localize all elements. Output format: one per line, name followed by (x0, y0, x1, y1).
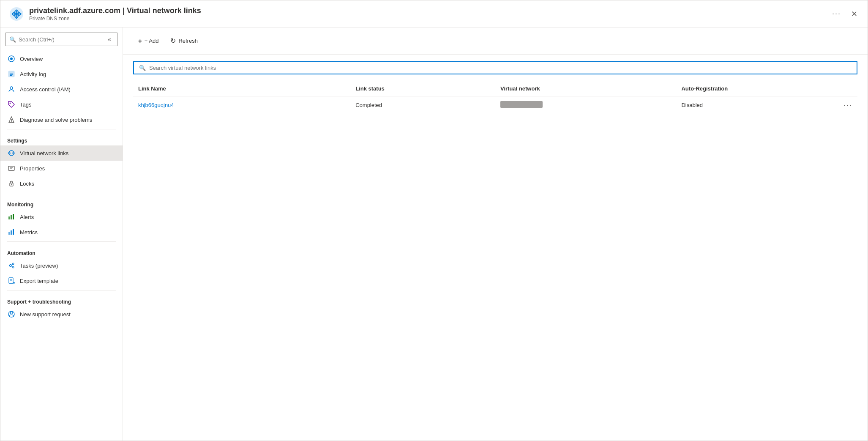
page-title: privatelink.adf.azure.com | Virtual netw… (29, 6, 824, 15)
svg-rect-28 (11, 215, 12, 219)
table-body: khjb66guqjnu4 Completed Disabled ··· (133, 96, 857, 114)
search-bar[interactable]: 🔍 (133, 61, 857, 74)
export-icon (7, 277, 16, 285)
sidebar-item-label: Export template (20, 278, 58, 284)
sidebar-item-tags[interactable]: Tags (0, 97, 123, 112)
section-support: Support + troubleshooting (0, 292, 123, 307)
main-content: + + Add ↻ Refresh 🔍 (123, 27, 868, 441)
sidebar-item-alerts[interactable]: Alerts (0, 209, 123, 225)
svg-rect-11 (10, 74, 13, 75)
sidebar-item-label: Diagnose and solve problems (20, 117, 92, 123)
header-more-button[interactable]: ··· (832, 9, 841, 18)
table-row: khjb66guqjnu4 Completed Disabled ··· (133, 96, 857, 114)
add-icon: + (138, 37, 142, 44)
cell-virtual-network (495, 96, 677, 114)
svg-point-13 (10, 87, 13, 89)
sidebar-item-properties[interactable]: Properties (0, 161, 123, 176)
redacted-virtual-network (500, 101, 543, 108)
add-label: + Add (145, 38, 159, 44)
svg-point-16 (11, 121, 12, 122)
iam-icon (7, 85, 16, 93)
sidebar-search-container[interactable]: 🔍 « (5, 33, 117, 46)
svg-rect-29 (13, 214, 14, 219)
refresh-label: Refresh (178, 38, 198, 44)
alerts-icon (7, 213, 16, 221)
col-header-link-name: Link Name (133, 81, 350, 96)
sidebar: 🔍 « Overview Activi (0, 27, 123, 441)
sidebar-item-label: Alerts (20, 214, 34, 220)
sidebar-item-export-template[interactable]: Export template (0, 273, 123, 288)
col-header-actions (821, 81, 857, 96)
sidebar-item-label: Metrics (20, 229, 38, 236)
svg-rect-22 (8, 166, 14, 170)
col-header-link-status: Link status (350, 81, 495, 96)
diagnose-icon (7, 115, 16, 124)
row-more-button[interactable]: ··· (843, 101, 852, 109)
col-header-auto-registration: Auto-Registration (676, 81, 821, 96)
divider-automation (7, 241, 116, 242)
svg-point-35 (12, 266, 14, 268)
sidebar-item-metrics[interactable]: Metrics (0, 225, 123, 240)
search-icon: 🔍 (9, 36, 16, 43)
app-header: privatelink.adf.azure.com | Virtual netw… (0, 0, 868, 27)
cell-link-status: Completed (350, 96, 495, 114)
svg-point-26 (11, 184, 12, 185)
divider-settings (7, 129, 116, 129)
sidebar-item-label: Access control (IAM) (20, 86, 71, 93)
cell-row-actions[interactable]: ··· (821, 96, 857, 114)
svg-rect-12 (10, 75, 12, 76)
col-header-virtual-network: Virtual network (495, 81, 677, 96)
svg-point-34 (12, 263, 14, 265)
svg-rect-10 (10, 73, 13, 74)
sidebar-item-label: Tags (20, 101, 31, 108)
svg-point-33 (10, 265, 12, 267)
section-settings: Settings (0, 131, 123, 145)
svg-point-42 (11, 312, 13, 314)
sidebar-item-tasks[interactable]: Tasks (preview) (0, 258, 123, 273)
add-button[interactable]: + + Add (133, 35, 164, 47)
header-title-block: privatelink.adf.azure.com | Virtual netw… (29, 6, 824, 22)
cell-link-name[interactable]: khjb66guqjnu4 (133, 96, 350, 114)
sidebar-item-label: Properties (20, 165, 45, 172)
page-subtitle: Private DNS zone (29, 16, 824, 22)
sidebar-item-label: New support request (20, 311, 71, 318)
search-input[interactable] (149, 65, 852, 71)
sidebar-collapse-button[interactable]: « (105, 35, 114, 44)
svg-rect-30 (8, 232, 10, 235)
sidebar-search-input[interactable] (19, 36, 102, 43)
search-bar-icon: 🔍 (139, 65, 146, 71)
tags-icon (7, 100, 16, 109)
sidebar-item-label: Activity log (20, 71, 46, 77)
sidebar-item-diagnose[interactable]: Diagnose and solve problems (0, 112, 123, 127)
svg-point-8 (10, 58, 13, 60)
close-button[interactable]: ✕ (849, 8, 859, 20)
overview-icon (7, 55, 16, 63)
sidebar-item-label: Overview (20, 56, 43, 62)
sidebar-item-access-control[interactable]: Access control (IAM) (0, 82, 123, 97)
svg-rect-27 (8, 216, 10, 219)
svg-rect-31 (11, 230, 12, 235)
vnet-links-icon (7, 149, 16, 157)
locks-icon (7, 179, 16, 188)
svg-point-14 (10, 103, 11, 104)
divider-monitoring (7, 193, 116, 193)
svg-line-36 (12, 264, 13, 265)
svg-rect-32 (13, 229, 14, 235)
properties-icon (7, 164, 16, 173)
sidebar-item-activity-log[interactable]: Activity log (0, 66, 123, 82)
table-header: Link Name Link status Virtual network Au… (133, 81, 857, 96)
divider-support (7, 290, 116, 290)
sidebar-item-new-support-request[interactable]: New support request (0, 307, 123, 322)
sidebar-item-label: Tasks (preview) (20, 263, 58, 269)
virtual-network-links-table: Link Name Link status Virtual network Au… (133, 81, 857, 114)
section-automation: Automation (0, 244, 123, 258)
refresh-button[interactable]: ↻ Refresh (165, 34, 203, 47)
sidebar-item-virtual-network-links[interactable]: Virtual network links (0, 145, 123, 161)
support-icon (7, 310, 16, 318)
app-body: 🔍 « Overview Activi (0, 27, 868, 441)
refresh-icon: ↻ (170, 37, 176, 45)
sidebar-item-label: Locks (20, 181, 34, 187)
sidebar-item-overview[interactable]: Overview (0, 51, 123, 66)
sidebar-item-locks[interactable]: Locks (0, 176, 123, 191)
svg-point-17 (9, 151, 14, 156)
